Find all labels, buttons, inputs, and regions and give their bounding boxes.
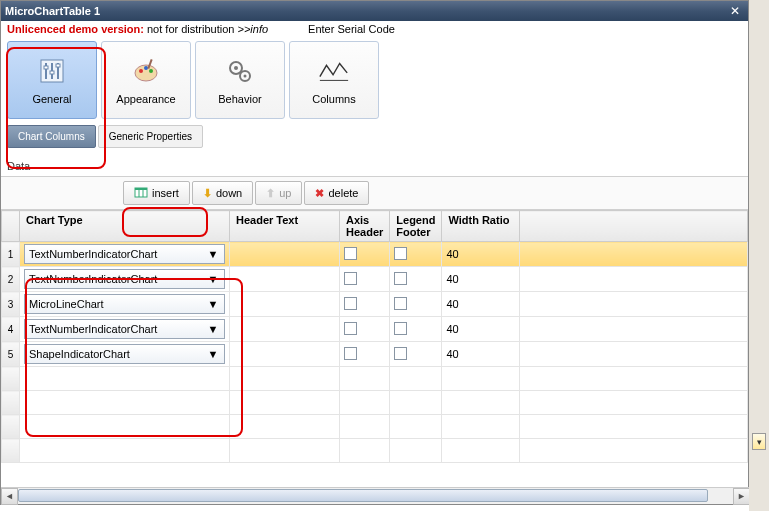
cell-axis-header[interactable] xyxy=(340,292,390,317)
legend-checkbox[interactable] xyxy=(394,247,407,260)
close-icon[interactable]: ✕ xyxy=(726,4,744,18)
cell-width-ratio[interactable]: 40 xyxy=(442,342,520,367)
tab-generic-properties[interactable]: Generic Properties xyxy=(98,125,203,148)
svg-point-13 xyxy=(234,66,238,70)
row-number: 1 xyxy=(2,242,20,267)
chart-type-value: TextNumberIndicatorChart xyxy=(29,323,157,335)
cell-chart-type[interactable]: TextNumberIndicatorChart▼ xyxy=(20,267,230,292)
row-number: 3 xyxy=(2,292,20,317)
cell-axis-header[interactable] xyxy=(340,242,390,267)
down-label: down xyxy=(216,187,242,199)
svg-rect-18 xyxy=(135,188,147,190)
cell-spacer xyxy=(520,342,748,367)
cell-legend-footer[interactable] xyxy=(390,242,442,267)
cell-header-text[interactable] xyxy=(230,292,340,317)
cell-width-ratio[interactable]: 40 xyxy=(442,267,520,292)
chart-type-select[interactable]: TextNumberIndicatorChart▼ xyxy=(24,244,225,264)
header-chart-type[interactable]: Chart Type xyxy=(20,211,230,242)
section-data-label: Data xyxy=(1,152,748,176)
ribbon-general-label: General xyxy=(32,93,71,105)
cell-width-ratio[interactable]: 40 xyxy=(442,292,520,317)
svg-rect-4 xyxy=(44,66,48,69)
insert-label: insert xyxy=(152,187,179,199)
insert-button[interactable]: insert xyxy=(123,181,190,205)
table-row[interactable]: 3MicroLineChart▼40 xyxy=(2,292,748,317)
chart-type-select[interactable]: MicroLineChart▼ xyxy=(24,294,225,314)
header-header-text[interactable]: Header Text xyxy=(230,211,340,242)
header-width-ratio[interactable]: Width Ratio xyxy=(442,211,520,242)
ribbon-general[interactable]: General xyxy=(7,41,97,119)
chart-type-select[interactable]: TextNumberIndicatorChart▼ xyxy=(24,269,225,289)
svg-point-9 xyxy=(144,66,148,70)
axis-checkbox[interactable] xyxy=(344,247,357,260)
cell-legend-footer[interactable] xyxy=(390,292,442,317)
scroll-left-icon[interactable]: ◄ xyxy=(1,488,18,505)
legend-checkbox[interactable] xyxy=(394,272,407,285)
cell-legend-footer[interactable] xyxy=(390,267,442,292)
ribbon-columns[interactable]: Columns xyxy=(289,41,379,119)
cell-axis-header[interactable] xyxy=(340,267,390,292)
svg-point-8 xyxy=(139,69,143,73)
ribbon-appearance[interactable]: Appearance xyxy=(101,41,191,119)
cell-chart-type[interactable]: ShapeIndicatorChart▼ xyxy=(20,342,230,367)
up-button[interactable]: ⬆ up xyxy=(255,181,302,205)
cell-chart-type[interactable]: MicroLineChart▼ xyxy=(20,292,230,317)
cell-axis-header[interactable] xyxy=(340,317,390,342)
legend-checkbox[interactable] xyxy=(394,347,407,360)
table-row[interactable]: 1TextNumberIndicatorChart▼40 xyxy=(2,242,748,267)
legend-checkbox[interactable] xyxy=(394,322,407,335)
cell-header-text[interactable] xyxy=(230,242,340,267)
cell-header-text[interactable] xyxy=(230,342,340,367)
chart-type-value: ShapeIndicatorChart xyxy=(29,348,130,360)
chevron-down-icon: ▼ xyxy=(206,298,220,310)
cell-legend-footer[interactable] xyxy=(390,342,442,367)
axis-checkbox[interactable] xyxy=(344,322,357,335)
ribbon-behavior[interactable]: Behavior xyxy=(195,41,285,119)
cell-header-text[interactable] xyxy=(230,317,340,342)
rownum-header xyxy=(2,211,20,242)
delete-button[interactable]: ✖ delete xyxy=(304,181,369,205)
enter-serial-link[interactable]: Enter Serial Code xyxy=(308,23,395,35)
table-row[interactable]: 5ShapeIndicatorChart▼40 xyxy=(2,342,748,367)
info-link[interactable]: >>info xyxy=(238,23,269,35)
cell-axis-header[interactable] xyxy=(340,342,390,367)
table-row[interactable]: 2TextNumberIndicatorChart▼40 xyxy=(2,267,748,292)
horizontal-scrollbar[interactable]: ◄ ► xyxy=(1,487,750,504)
scroll-track[interactable] xyxy=(18,488,733,504)
chevron-down-icon: ▼ xyxy=(206,348,220,360)
arrow-down-icon: ⬇ xyxy=(203,187,212,200)
chart-type-select[interactable]: ShapeIndicatorChart▼ xyxy=(24,344,225,364)
line-chart-icon xyxy=(318,55,350,87)
cell-legend-footer[interactable] xyxy=(390,317,442,342)
scroll-thumb[interactable] xyxy=(18,489,708,502)
sub-tabs: Chart Columns Generic Properties xyxy=(1,121,748,152)
header-spacer xyxy=(520,211,748,242)
delete-icon: ✖ xyxy=(315,187,324,200)
legend-checkbox[interactable] xyxy=(394,297,407,310)
cell-header-text[interactable] xyxy=(230,267,340,292)
cell-width-ratio[interactable]: 40 xyxy=(442,317,520,342)
side-widget[interactable]: ▾ xyxy=(752,433,766,450)
table-row[interactable]: 4TextNumberIndicatorChart▼40 xyxy=(2,317,748,342)
axis-checkbox[interactable] xyxy=(344,297,357,310)
scroll-right-icon[interactable]: ► xyxy=(733,488,750,505)
distribution-label: not for distribution xyxy=(147,23,234,35)
up-label: up xyxy=(279,187,291,199)
chart-type-value: MicroLineChart xyxy=(29,298,104,310)
header-legend-footer[interactable]: Legend Footer xyxy=(390,211,442,242)
tab-chart-columns[interactable]: Chart Columns xyxy=(7,125,96,148)
unlicensed-label: Unlicenced demo version: xyxy=(7,23,144,35)
chevron-down-icon: ▼ xyxy=(206,273,220,285)
arrow-up-icon: ⬆ xyxy=(266,187,275,200)
axis-checkbox[interactable] xyxy=(344,347,357,360)
cell-chart-type[interactable]: TextNumberIndicatorChart▼ xyxy=(20,242,230,267)
cell-width-ratio[interactable]: 40 xyxy=(442,242,520,267)
chart-type-value: TextNumberIndicatorChart xyxy=(29,248,157,260)
chart-type-select[interactable]: TextNumberIndicatorChart▼ xyxy=(24,319,225,339)
down-button[interactable]: ⬇ down xyxy=(192,181,253,205)
cell-chart-type[interactable]: TextNumberIndicatorChart▼ xyxy=(20,317,230,342)
ribbon-columns-label: Columns xyxy=(312,93,355,105)
svg-rect-6 xyxy=(56,64,60,67)
axis-checkbox[interactable] xyxy=(344,272,357,285)
header-axis-header[interactable]: Axis Header xyxy=(340,211,390,242)
